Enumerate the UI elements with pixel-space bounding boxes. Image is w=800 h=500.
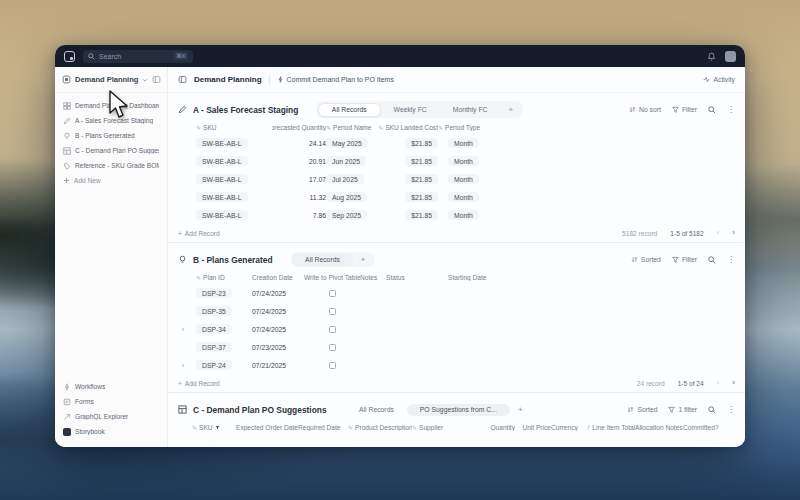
sidebar-item-graphql-explorer[interactable]: GraphQL Explorer xyxy=(60,409,162,424)
table-row[interactable]: DSP-23 07/24/2025 xyxy=(178,284,735,302)
table-row[interactable]: SW-BE-AB-L 24.14 May 2025 $21.85 Month xyxy=(178,134,735,152)
filter-button[interactable]: Filter xyxy=(672,256,697,263)
table-row[interactable]: DSP-37 07/23/2025 xyxy=(178,338,735,356)
sidebar-item-storybook[interactable]: Storybook xyxy=(60,424,162,439)
add-view-button[interactable]: + xyxy=(353,255,374,264)
search-records-button[interactable] xyxy=(708,256,716,264)
sidebar-item-po-suggestions[interactable]: C - Demand Plan PO Suggestions xyxy=(60,143,162,158)
add-new-label: Add New xyxy=(74,177,101,184)
sort-label: Sorted xyxy=(641,256,661,263)
tag-icon xyxy=(63,162,71,170)
sidebar-item-sales-forecast-staging[interactable]: A - Sales Forecast Staging xyxy=(60,113,162,128)
sort-icon xyxy=(629,106,636,113)
filter-button[interactable]: Filter xyxy=(672,106,697,113)
section-demand-plan-po-suggestions: C - Demand Plan PO Suggestions All Recor… xyxy=(168,392,745,434)
add-view-button[interactable]: + xyxy=(510,405,531,414)
sidebar-item-workflows[interactable]: Workflows xyxy=(60,379,162,394)
activity-button[interactable]: Activity xyxy=(703,76,735,83)
sidebar-add-new[interactable]: Add New xyxy=(60,173,162,188)
table-row[interactable]: SW-BE-AB-L 17.07 Jul 2025 $21.85 Month xyxy=(178,170,735,188)
add-record-button[interactable]: + Add Record xyxy=(178,380,220,387)
expand-row-icon[interactable]: › xyxy=(178,326,196,333)
section-plans-generated: B - Plans Generated All Records + Sorted xyxy=(168,242,745,392)
table-row[interactable]: › DSP-24 07/21/2025 xyxy=(178,356,735,374)
prev-page-button[interactable]: ‹ xyxy=(717,379,720,387)
tab-all-records[interactable]: All Records xyxy=(318,103,381,117)
table-row[interactable]: DSP-35 07/24/2025 xyxy=(178,302,735,320)
pencil-icon xyxy=(178,105,187,114)
table-row[interactable]: SW-BE-AB-L 11.32 Aug 2025 $21.85 Month xyxy=(178,188,735,206)
write-to-pivot-checkbox[interactable] xyxy=(329,344,336,351)
view-tabs: All Records PO Suggestions from C... + xyxy=(345,402,533,417)
global-search-input[interactable]: Search ⌘K xyxy=(83,50,193,63)
prev-page-button[interactable]: ‹ xyxy=(717,229,720,237)
sidebar-item-label: Workflows xyxy=(75,383,105,390)
sidebar-item-label: Storybook xyxy=(75,428,105,435)
kebab-icon[interactable]: ⋮ xyxy=(727,405,735,414)
filter-button[interactable]: 1 filter xyxy=(668,406,697,413)
bell-icon[interactable] xyxy=(707,52,716,61)
panel-icon[interactable] xyxy=(178,75,187,84)
sidebar: Demand Planning Demand Planning Dashboar… xyxy=(55,67,168,447)
sidebar-item-forms[interactable]: Forms xyxy=(60,394,162,409)
sort-button[interactable]: No sort xyxy=(629,106,661,113)
pencil-icon xyxy=(63,117,71,125)
sort-icon xyxy=(631,256,638,263)
collapse-panel-icon[interactable] xyxy=(152,75,161,84)
page-title: Demand Planning xyxy=(194,75,262,84)
write-to-pivot-checkbox[interactable] xyxy=(329,362,336,369)
filter-icon xyxy=(672,106,679,113)
search-records-button[interactable] xyxy=(708,106,716,114)
tab-all-records[interactable]: All Records xyxy=(292,254,353,266)
table-row[interactable]: › DSP-34 07/24/2025 xyxy=(178,320,735,338)
next-page-button[interactable]: › xyxy=(732,379,735,387)
sidebar-item-label: B - Plans Generated xyxy=(75,132,135,139)
fx-icon: ƒ xyxy=(587,424,590,430)
table-row[interactable]: SW-BE-AB-L 20.91 Jun 2025 $21.85 Month xyxy=(178,152,735,170)
expand-row-icon[interactable]: › xyxy=(178,362,196,369)
add-record-button[interactable]: + Add Record xyxy=(178,230,220,237)
sidebar-item-plans-generated[interactable]: B - Plans Generated xyxy=(60,128,162,143)
sort-button[interactable]: Sorted xyxy=(631,256,661,263)
section-title: A - Sales Forecast Staging xyxy=(193,105,298,115)
search-records-button[interactable] xyxy=(708,406,716,414)
chevron-down-icon xyxy=(142,77,148,83)
table-row[interactable]: SW-BE-AB-L 7.86 Sep 2025 $21.85 Month xyxy=(178,206,735,224)
commit-demand-plan-button[interactable]: Commit Demand Plan to PO Items xyxy=(277,76,394,83)
record-range: 1-5 of 5182 xyxy=(670,230,703,237)
tab-all-records[interactable]: All Records xyxy=(346,404,407,416)
content-scroll[interactable]: A - Sales Forecast Staging All Records W… xyxy=(168,93,745,447)
funnel-icon[interactable] xyxy=(215,425,220,430)
sidebar-item-reference-sku-targets[interactable]: Reference - SKU Grade BOM Targets xyxy=(60,158,162,173)
add-view-button[interactable]: + xyxy=(500,105,521,114)
bulb-icon xyxy=(63,132,71,140)
add-record-label: Add Record xyxy=(185,380,220,387)
column-headers: ✎Plan ID Creation Date Write to Pivot Ta… xyxy=(178,270,735,284)
app-logo-icon[interactable] xyxy=(64,51,75,62)
sort-button[interactable]: Sorted xyxy=(627,406,657,413)
avatar[interactable] xyxy=(725,51,736,62)
table-footer: + Add Record 24 record 1-5 of 24 ‹ › xyxy=(178,376,735,392)
topbar: Search ⌘K xyxy=(55,45,745,67)
tab-po-suggestions[interactable]: PO Suggestions from C... xyxy=(407,404,510,416)
filter-icon xyxy=(672,256,679,263)
section-title: C - Demand Plan PO Suggestions xyxy=(193,405,327,415)
kebab-icon[interactable]: ⋮ xyxy=(727,105,735,114)
record-range: 1-5 of 24 xyxy=(678,380,704,387)
workspace-switcher[interactable]: Demand Planning xyxy=(55,67,167,93)
record-count: 5182 record xyxy=(622,230,657,237)
filter-label: 1 filter xyxy=(678,406,697,413)
write-to-pivot-checkbox[interactable] xyxy=(329,290,336,297)
workspace-icon xyxy=(62,75,71,84)
plus-icon xyxy=(63,177,70,184)
write-to-pivot-checkbox[interactable] xyxy=(329,308,336,315)
tab-monthly-fc[interactable]: Monthly FC xyxy=(440,104,501,116)
tab-weekly-fc[interactable]: Weekly FC xyxy=(381,104,440,116)
write-to-pivot-checkbox[interactable] xyxy=(329,326,336,333)
view-tabs: All Records + xyxy=(291,252,375,267)
kebab-icon[interactable]: ⋮ xyxy=(727,255,735,264)
next-page-button[interactable]: › xyxy=(732,229,735,237)
activity-label: Activity xyxy=(713,76,735,83)
sidebar-item-dashboard[interactable]: Demand Planning Dashboard xyxy=(60,98,162,113)
filter-label: Filter xyxy=(682,106,697,113)
